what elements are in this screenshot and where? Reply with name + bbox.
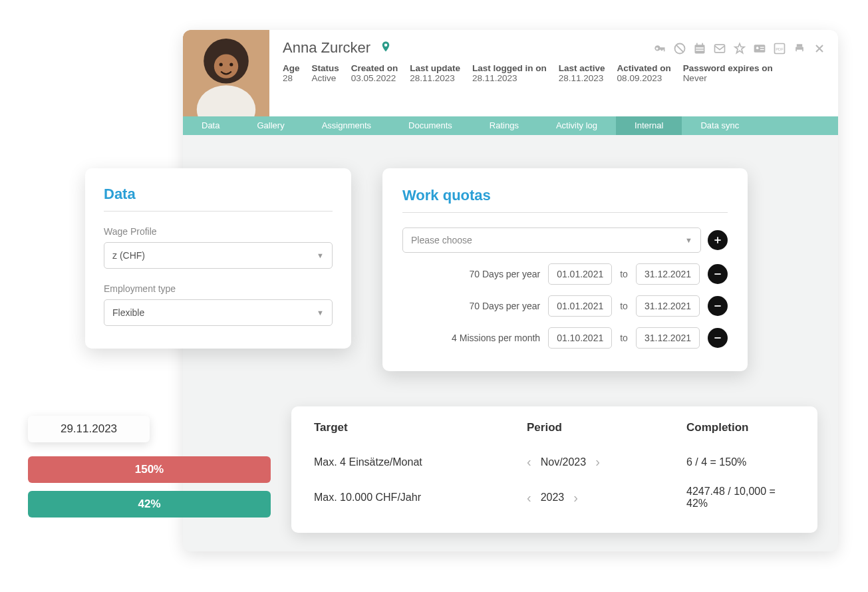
print-icon[interactable]	[793, 42, 806, 58]
wage-profile-value: z (CHF)	[112, 250, 145, 261]
quota-from-input[interactable]: 01.01.2021	[548, 295, 612, 317]
close-icon[interactable]	[813, 42, 826, 58]
chevron-down-icon: ▼	[685, 236, 692, 244]
add-quota-button[interactable]	[708, 230, 728, 250]
quota-to-input[interactable]: 31.12.2021	[636, 263, 700, 285]
tab-documents[interactable]: Documents	[390, 116, 471, 135]
quota-from-input[interactable]: 01.10.2021	[548, 327, 612, 349]
tab-data[interactable]: Data	[183, 116, 238, 135]
period-value: 2023	[541, 492, 565, 504]
svg-rect-12	[696, 47, 704, 49]
chevron-down-icon: ▼	[317, 251, 324, 259]
meta-age: Age28	[283, 63, 300, 83]
target-name: Max. 10.000 CHF/Jahr	[314, 492, 527, 504]
table-row: Max. 4 Einsätze/Monat ‹ Nov/2023 › 6 / 4…	[314, 446, 795, 478]
col-period: Period	[527, 421, 686, 434]
svg-point-4	[219, 63, 223, 66]
svg-line-7	[676, 45, 684, 53]
quota-label: 4 Missions per month	[402, 333, 540, 343]
avatar-illustration	[183, 30, 269, 116]
quota-from-input[interactable]: 01.01.2021	[548, 263, 612, 285]
profile-header: Anna Zurcker Age28 StatusActive Created …	[183, 30, 838, 116]
calendar-icon[interactable]	[693, 42, 706, 58]
remove-quota-button[interactable]	[708, 328, 728, 348]
work-quotas-title: Work quotas	[402, 187, 728, 213]
work-quotas-card: Work quotas Please choose ▼ 70 Days per …	[382, 168, 748, 371]
wage-profile-label: Wage Profile	[104, 226, 333, 237]
period-nav: ‹ 2023 ›	[527, 490, 686, 506]
tab-bar: Data Gallery Assignments Documents Ratin…	[183, 116, 838, 135]
overlay-progress-red: 150%	[28, 456, 271, 483]
pdf-icon[interactable]: PDF	[773, 42, 786, 58]
svg-rect-13	[696, 50, 704, 51]
data-card-title: Data	[104, 186, 333, 212]
chevron-left-icon[interactable]: ‹	[527, 490, 531, 506]
completion-value: 6 / 4 = 150%	[686, 456, 795, 468]
target-table: Target Period Completion Max. 4 Einsätze…	[291, 406, 817, 533]
svg-rect-18	[760, 49, 764, 50]
tab-internal[interactable]: Internal	[616, 116, 682, 135]
quota-row: 70 Days per year 01.01.2021 to 31.12.202…	[402, 295, 728, 317]
completion-value: 4247.48 / 10,000 = 42%	[686, 486, 795, 510]
chevron-right-icon[interactable]: ›	[595, 454, 600, 470]
quota-type-select[interactable]: Please choose ▼	[402, 227, 701, 253]
chevron-right-icon[interactable]: ›	[573, 490, 578, 506]
key-icon[interactable]	[653, 42, 666, 58]
svg-rect-23	[797, 50, 802, 53]
table-row: Max. 10.000 CHF/Jahr ‹ 2023 › 4247.48 / …	[314, 478, 795, 518]
col-completion: Completion	[686, 421, 795, 434]
svg-point-16	[756, 47, 759, 49]
id-card-icon[interactable]	[753, 42, 766, 58]
to-label: to	[620, 269, 628, 279]
employment-type-select[interactable]: Flexible ▼	[104, 299, 333, 326]
svg-rect-14	[715, 45, 725, 53]
chevron-down-icon: ▼	[317, 309, 324, 317]
period-nav: ‹ Nov/2023 ›	[527, 454, 686, 470]
employment-type-value: Flexible	[112, 307, 144, 318]
star-icon[interactable]	[733, 42, 746, 58]
overlay-progress-green: 42%	[28, 491, 271, 518]
quota-to-input[interactable]: 31.12.2021	[636, 295, 700, 317]
to-label: to	[620, 301, 628, 311]
remove-quota-button[interactable]	[708, 296, 728, 316]
meta-activated: Activated on08.09.2023	[617, 63, 671, 83]
location-pin-icon[interactable]	[380, 39, 392, 57]
tab-data-sync[interactable]: Data sync	[682, 116, 758, 135]
employment-type-label: Employment type	[104, 283, 333, 294]
svg-rect-11	[702, 43, 703, 46]
target-name: Max. 4 Einsätze/Monat	[314, 456, 527, 468]
meta-last-active: Last active28.11.2023	[559, 63, 605, 83]
period-value: Nov/2023	[541, 456, 587, 468]
svg-point-5	[229, 63, 233, 66]
meta-status: StatusActive	[312, 63, 339, 83]
envelope-icon[interactable]	[713, 42, 726, 58]
data-card: Data Wage Profile z (CHF) ▼ Employment t…	[85, 168, 351, 349]
target-header-row: Target Period Completion	[314, 421, 795, 446]
tab-assignments[interactable]: Assignments	[303, 116, 390, 135]
meta-last-login: Last logged in on28.11.2023	[472, 63, 547, 83]
svg-rect-22	[797, 44, 802, 47]
overlay-date-badge: 29.11.2023	[28, 416, 150, 442]
svg-rect-10	[696, 43, 698, 46]
quota-to-input[interactable]: 31.12.2021	[636, 327, 700, 349]
quota-type-placeholder: Please choose	[411, 235, 472, 245]
tab-activity-log[interactable]: Activity log	[537, 116, 616, 135]
to-label: to	[620, 333, 628, 343]
action-toolbar: PDF	[653, 42, 826, 58]
tab-gallery[interactable]: Gallery	[238, 116, 303, 135]
meta-grid: Age28 StatusActive Created on03.05.2022 …	[283, 63, 825, 83]
svg-rect-17	[760, 47, 764, 48]
col-target: Target	[314, 421, 527, 434]
tab-ratings[interactable]: Ratings	[471, 116, 537, 135]
quota-label: 70 Days per year	[402, 269, 540, 279]
ban-icon[interactable]	[673, 42, 686, 58]
meta-created: Created on03.05.2022	[351, 63, 398, 83]
remove-quota-button[interactable]	[708, 264, 728, 284]
quota-row: 4 Missions per month 01.10.2021 to 31.12…	[402, 327, 728, 349]
quota-row: 70 Days per year 01.01.2021 to 31.12.202…	[402, 263, 728, 285]
avatar[interactable]	[183, 30, 269, 116]
svg-rect-15	[754, 45, 766, 53]
svg-text:PDF: PDF	[776, 47, 784, 51]
chevron-left-icon[interactable]: ‹	[527, 454, 531, 470]
wage-profile-select[interactable]: z (CHF) ▼	[104, 242, 333, 269]
